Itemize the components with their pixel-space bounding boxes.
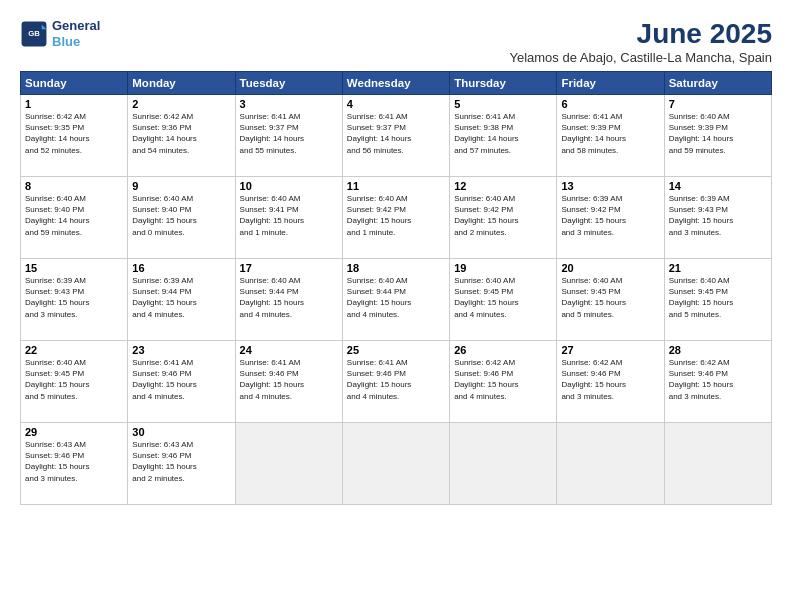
calendar-cell: 2Sunrise: 6:42 AM Sunset: 9:36 PM Daylig…	[128, 95, 235, 177]
day-number: 8	[25, 180, 123, 192]
calendar-cell: 7Sunrise: 6:40 AM Sunset: 9:39 PM Daylig…	[664, 95, 771, 177]
calendar-cell: 14Sunrise: 6:39 AM Sunset: 9:43 PM Dayli…	[664, 177, 771, 259]
day-number: 3	[240, 98, 338, 110]
calendar-cell: 3Sunrise: 6:41 AM Sunset: 9:37 PM Daylig…	[235, 95, 342, 177]
logo-line2: Blue	[52, 34, 80, 49]
calendar-row-4: 29Sunrise: 6:43 AM Sunset: 9:46 PM Dayli…	[21, 423, 772, 505]
cell-info: Sunrise: 6:42 AM Sunset: 9:46 PM Dayligh…	[669, 357, 767, 402]
day-number: 14	[669, 180, 767, 192]
calendar-cell: 10Sunrise: 6:40 AM Sunset: 9:41 PM Dayli…	[235, 177, 342, 259]
calendar-cell: 17Sunrise: 6:40 AM Sunset: 9:44 PM Dayli…	[235, 259, 342, 341]
logo: GB General Blue	[20, 18, 100, 49]
calendar-cell: 30Sunrise: 6:43 AM Sunset: 9:46 PM Dayli…	[128, 423, 235, 505]
cell-info: Sunrise: 6:42 AM Sunset: 9:35 PM Dayligh…	[25, 111, 123, 156]
calendar-cell	[664, 423, 771, 505]
day-number: 24	[240, 344, 338, 356]
month-title: June 2025	[509, 18, 772, 50]
calendar-cell: 18Sunrise: 6:40 AM Sunset: 9:44 PM Dayli…	[342, 259, 449, 341]
day-number: 13	[561, 180, 659, 192]
cell-info: Sunrise: 6:40 AM Sunset: 9:39 PM Dayligh…	[669, 111, 767, 156]
calendar-cell	[235, 423, 342, 505]
cell-info: Sunrise: 6:40 AM Sunset: 9:44 PM Dayligh…	[240, 275, 338, 320]
calendar-cell	[342, 423, 449, 505]
cell-info: Sunrise: 6:39 AM Sunset: 9:43 PM Dayligh…	[669, 193, 767, 238]
svg-text:GB: GB	[28, 28, 40, 37]
calendar-row-3: 22Sunrise: 6:40 AM Sunset: 9:45 PM Dayli…	[21, 341, 772, 423]
calendar-cell: 21Sunrise: 6:40 AM Sunset: 9:45 PM Dayli…	[664, 259, 771, 341]
cell-info: Sunrise: 6:40 AM Sunset: 9:40 PM Dayligh…	[132, 193, 230, 238]
calendar-cell: 28Sunrise: 6:42 AM Sunset: 9:46 PM Dayli…	[664, 341, 771, 423]
cell-info: Sunrise: 6:41 AM Sunset: 9:37 PM Dayligh…	[347, 111, 445, 156]
day-number: 4	[347, 98, 445, 110]
day-number: 30	[132, 426, 230, 438]
calendar-cell: 20Sunrise: 6:40 AM Sunset: 9:45 PM Dayli…	[557, 259, 664, 341]
day-number: 15	[25, 262, 123, 274]
day-number: 16	[132, 262, 230, 274]
cell-info: Sunrise: 6:43 AM Sunset: 9:46 PM Dayligh…	[132, 439, 230, 484]
day-number: 20	[561, 262, 659, 274]
calendar-cell: 9Sunrise: 6:40 AM Sunset: 9:40 PM Daylig…	[128, 177, 235, 259]
calendar-cell: 13Sunrise: 6:39 AM Sunset: 9:42 PM Dayli…	[557, 177, 664, 259]
day-number: 19	[454, 262, 552, 274]
cell-info: Sunrise: 6:41 AM Sunset: 9:37 PM Dayligh…	[240, 111, 338, 156]
cell-info: Sunrise: 6:41 AM Sunset: 9:39 PM Dayligh…	[561, 111, 659, 156]
calendar-row-0: 1Sunrise: 6:42 AM Sunset: 9:35 PM Daylig…	[21, 95, 772, 177]
calendar-cell: 19Sunrise: 6:40 AM Sunset: 9:45 PM Dayli…	[450, 259, 557, 341]
cell-info: Sunrise: 6:39 AM Sunset: 9:43 PM Dayligh…	[25, 275, 123, 320]
location: Yelamos de Abajo, Castille-La Mancha, Sp…	[509, 50, 772, 65]
cell-info: Sunrise: 6:40 AM Sunset: 9:42 PM Dayligh…	[347, 193, 445, 238]
day-number: 22	[25, 344, 123, 356]
day-number: 2	[132, 98, 230, 110]
header-friday: Friday	[557, 72, 664, 95]
calendar-cell: 22Sunrise: 6:40 AM Sunset: 9:45 PM Dayli…	[21, 341, 128, 423]
cell-info: Sunrise: 6:40 AM Sunset: 9:42 PM Dayligh…	[454, 193, 552, 238]
day-number: 23	[132, 344, 230, 356]
day-number: 29	[25, 426, 123, 438]
calendar-cell: 15Sunrise: 6:39 AM Sunset: 9:43 PM Dayli…	[21, 259, 128, 341]
calendar-cell: 4Sunrise: 6:41 AM Sunset: 9:37 PM Daylig…	[342, 95, 449, 177]
header-tuesday: Tuesday	[235, 72, 342, 95]
weekday-header-row: Sunday Monday Tuesday Wednesday Thursday…	[21, 72, 772, 95]
day-number: 12	[454, 180, 552, 192]
page: GB General Blue June 2025 Yelamos de Aba…	[0, 0, 792, 612]
calendar-cell: 6Sunrise: 6:41 AM Sunset: 9:39 PM Daylig…	[557, 95, 664, 177]
header-thursday: Thursday	[450, 72, 557, 95]
day-number: 26	[454, 344, 552, 356]
cell-info: Sunrise: 6:42 AM Sunset: 9:46 PM Dayligh…	[454, 357, 552, 402]
cell-info: Sunrise: 6:39 AM Sunset: 9:42 PM Dayligh…	[561, 193, 659, 238]
cell-info: Sunrise: 6:39 AM Sunset: 9:44 PM Dayligh…	[132, 275, 230, 320]
cell-info: Sunrise: 6:41 AM Sunset: 9:46 PM Dayligh…	[240, 357, 338, 402]
cell-info: Sunrise: 6:40 AM Sunset: 9:41 PM Dayligh…	[240, 193, 338, 238]
cell-info: Sunrise: 6:40 AM Sunset: 9:45 PM Dayligh…	[561, 275, 659, 320]
cell-info: Sunrise: 6:41 AM Sunset: 9:38 PM Dayligh…	[454, 111, 552, 156]
day-number: 28	[669, 344, 767, 356]
day-number: 18	[347, 262, 445, 274]
calendar-cell: 5Sunrise: 6:41 AM Sunset: 9:38 PM Daylig…	[450, 95, 557, 177]
cell-info: Sunrise: 6:40 AM Sunset: 9:45 PM Dayligh…	[25, 357, 123, 402]
logo-icon: GB	[20, 20, 48, 48]
header-monday: Monday	[128, 72, 235, 95]
day-number: 5	[454, 98, 552, 110]
cell-info: Sunrise: 6:40 AM Sunset: 9:45 PM Dayligh…	[454, 275, 552, 320]
header-sunday: Sunday	[21, 72, 128, 95]
calendar-cell: 25Sunrise: 6:41 AM Sunset: 9:46 PM Dayli…	[342, 341, 449, 423]
day-number: 1	[25, 98, 123, 110]
cell-info: Sunrise: 6:41 AM Sunset: 9:46 PM Dayligh…	[347, 357, 445, 402]
calendar-row-1: 8Sunrise: 6:40 AM Sunset: 9:40 PM Daylig…	[21, 177, 772, 259]
day-number: 11	[347, 180, 445, 192]
logo-line1: General	[52, 18, 100, 34]
day-number: 27	[561, 344, 659, 356]
header: GB General Blue June 2025 Yelamos de Aba…	[20, 18, 772, 65]
header-saturday: Saturday	[664, 72, 771, 95]
day-number: 7	[669, 98, 767, 110]
calendar-cell	[557, 423, 664, 505]
calendar: Sunday Monday Tuesday Wednesday Thursday…	[20, 71, 772, 505]
cell-info: Sunrise: 6:42 AM Sunset: 9:36 PM Dayligh…	[132, 111, 230, 156]
cell-info: Sunrise: 6:43 AM Sunset: 9:46 PM Dayligh…	[25, 439, 123, 484]
title-block: June 2025 Yelamos de Abajo, Castille-La …	[509, 18, 772, 65]
day-number: 10	[240, 180, 338, 192]
header-wednesday: Wednesday	[342, 72, 449, 95]
cell-info: Sunrise: 6:42 AM Sunset: 9:46 PM Dayligh…	[561, 357, 659, 402]
day-number: 6	[561, 98, 659, 110]
calendar-cell: 12Sunrise: 6:40 AM Sunset: 9:42 PM Dayli…	[450, 177, 557, 259]
